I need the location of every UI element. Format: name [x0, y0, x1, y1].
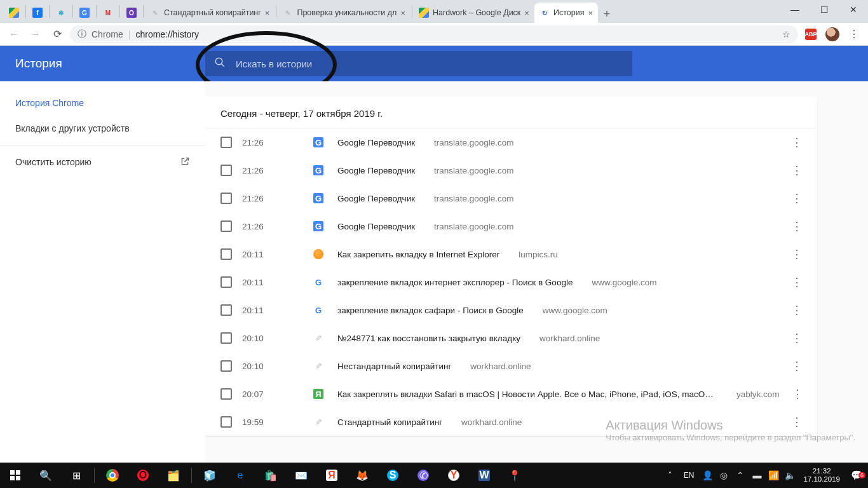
history-row[interactable]: 20:10✎№248771 как восстановить закрытую … [205, 324, 817, 352]
row-checkbox[interactable] [220, 193, 232, 204]
history-row[interactable]: 21:26GGoogle Переводчикtranslate.google.… [205, 184, 817, 212]
adblock-extension[interactable]: ABP [802, 25, 820, 43]
history-page: История История Chrome Вкладки с других … [0, 46, 868, 463]
history-row[interactable]: 21:26GGoogle Переводчикtranslate.google.… [205, 156, 817, 184]
row-menu-button[interactable]: ⋮ [788, 219, 806, 233]
history-row[interactable]: 20:11Как закрепить вкладку в Internet Ex… [205, 240, 817, 268]
browser-tab[interactable]: Hardwork – Google Диск× [414, 3, 534, 23]
row-menu-button[interactable]: ⋮ [788, 415, 806, 429]
window-controls: — ☐ ✕ [780, 0, 868, 19]
maximize-button[interactable]: ☐ [810, 0, 839, 19]
row-menu-button[interactable]: ⋮ [788, 275, 806, 289]
forward-button[interactable]: → [27, 25, 44, 43]
row-menu-button[interactable]: ⋮ [788, 331, 806, 345]
address-bar[interactable]: ⓘ Chrome | chrome://history ☆ [70, 25, 798, 43]
row-title: Стандартный копирайтинг [337, 417, 442, 427]
taskbar-app-opera[interactable]: O [128, 463, 158, 488]
taskbar-app-mail[interactable]: ✉️ [286, 463, 316, 488]
row-checkbox[interactable] [220, 248, 232, 260]
row-checkbox[interactable] [220, 165, 232, 176]
history-row[interactable]: 20:11Gзакрепление вкладок интернет экспл… [205, 268, 817, 296]
row-checkbox[interactable] [220, 220, 232, 232]
omnibox-chip: Chrome [92, 29, 123, 39]
history-row[interactable]: 19:59✎Стандартный копирайтингworkhard.on… [205, 408, 817, 436]
row-checkbox[interactable] [220, 332, 232, 344]
sidebar-item-clear-history[interactable]: Очистить историю [0, 149, 205, 175]
tab-close-button[interactable]: × [265, 8, 270, 18]
tab-close-button[interactable]: × [524, 8, 529, 18]
search-taskbar-button[interactable]: 🔍 [31, 463, 61, 488]
battery-icon[interactable]: ⌃ [732, 470, 749, 480]
pinned-tab-gmail[interactable]: M [98, 3, 118, 23]
browser-tab[interactable]: ✎Проверка уникальности дл× [278, 3, 410, 23]
taskbar-app-firefox[interactable]: 🦊 [347, 463, 377, 488]
row-menu-button[interactable]: ⋮ [788, 303, 806, 317]
taskbar-app-edge[interactable]: e [225, 463, 255, 488]
row-menu-button[interactable]: ⋮ [788, 135, 806, 149]
location-icon[interactable]: ◎ [715, 470, 732, 480]
browser-menu-button[interactable]: ⋮ [845, 25, 863, 43]
history-row[interactable]: 21:26GGoogle Переводчикtranslate.google.… [205, 128, 817, 156]
row-menu-button[interactable]: ⋮ [788, 359, 806, 373]
row-domain: www.google.com [543, 306, 607, 315]
taskbar-app-pin[interactable]: 📍 [499, 463, 530, 488]
history-row[interactable]: 20:10✎Нестандартный копирайтингworkhard.… [205, 352, 817, 380]
site-info-icon: ⓘ [78, 29, 86, 40]
row-checkbox[interactable] [220, 304, 232, 316]
language-indicator[interactable]: EN [679, 471, 700, 480]
back-button[interactable]: ← [5, 25, 23, 43]
row-menu-button[interactable]: ⋮ [790, 387, 806, 401]
history-row[interactable]: 20:11Gзакрепление вкладок сафари - Поиск… [205, 296, 817, 324]
pinned-tab-gear[interactable]: ✲ [51, 3, 71, 23]
taskbar-app-word[interactable]: W [469, 463, 499, 488]
task-view-button[interactable]: ⊞ [61, 463, 92, 488]
row-checkbox[interactable] [220, 416, 232, 428]
action-center-button[interactable]: 💬6 [845, 470, 868, 481]
taskbar-app-ybrowser[interactable]: Y [438, 463, 469, 488]
tab-close-button[interactable]: × [400, 8, 405, 18]
sidebar-item-chrome-history[interactable]: История Chrome [0, 90, 205, 116]
taskbar-app-store[interactable]: 🧊 [194, 463, 225, 488]
row-menu-button[interactable]: ⋮ [788, 163, 806, 177]
tray-chevron-up-icon[interactable]: ˄ [662, 470, 679, 480]
new-tab-button[interactable]: + [598, 5, 616, 23]
taskbar-app-skype[interactable]: S [377, 463, 408, 488]
row-title: Как закреплять вкладки Safari в macOS | … [337, 390, 717, 399]
history-row[interactable]: 20:07ЯКак закреплять вкладки Safari в ma… [205, 380, 817, 408]
row-time: 21:26 [242, 166, 275, 175]
volume-icon[interactable]: 🔈 [782, 470, 798, 480]
minimize-button[interactable]: — [780, 0, 810, 19]
taskbar-app-chrome[interactable] [97, 463, 128, 488]
row-checkbox[interactable] [220, 388, 232, 400]
pinned-tab-purple[interactable]: O [121, 3, 142, 23]
bookmark-star-icon[interactable]: ☆ [782, 29, 790, 39]
browser-tab[interactable]: ✎Стандартный копирайтинг× [145, 3, 275, 23]
tab-close-button[interactable]: × [588, 8, 593, 18]
taskbar-clock[interactable]: 21:32 17.10.2019 [798, 467, 845, 484]
row-menu-button[interactable]: ⋮ [788, 191, 806, 205]
site-favicon: ✎ [313, 417, 323, 427]
taskbar-app-files[interactable]: 🗂️ [158, 463, 189, 488]
history-search-input[interactable] [236, 58, 623, 69]
network-icon[interactable]: ▬ [749, 470, 765, 480]
pinned-tab-facebook[interactable]: f [27, 3, 48, 23]
pinned-tab-translate[interactable]: G [74, 3, 95, 23]
sidebar-item-other-devices[interactable]: Вкладки с других устройств [0, 116, 205, 141]
row-menu-button[interactable]: ⋮ [788, 247, 806, 261]
profile-avatar[interactable] [824, 25, 841, 43]
taskbar-app-viber[interactable]: ✆ [408, 463, 438, 488]
taskbar-app-yandex[interactable]: Я [316, 463, 347, 488]
reload-button[interactable]: ⟳ [48, 25, 66, 43]
row-checkbox[interactable] [220, 137, 232, 148]
wifi-icon[interactable]: 📶 [765, 470, 782, 480]
browser-tab[interactable]: ↻История× [534, 3, 598, 23]
history-search[interactable] [205, 51, 632, 76]
row-checkbox[interactable] [220, 276, 232, 288]
pinned-tab-drive[interactable] [4, 3, 24, 23]
people-icon[interactable]: 👤 [699, 470, 715, 480]
close-window-button[interactable]: ✕ [839, 0, 868, 19]
start-button[interactable] [0, 463, 31, 488]
history-row[interactable]: 21:26GGoogle Переводчикtranslate.google.… [205, 212, 817, 240]
taskbar-app-msstore[interactable]: 🛍️ [255, 463, 286, 488]
row-checkbox[interactable] [220, 360, 232, 372]
